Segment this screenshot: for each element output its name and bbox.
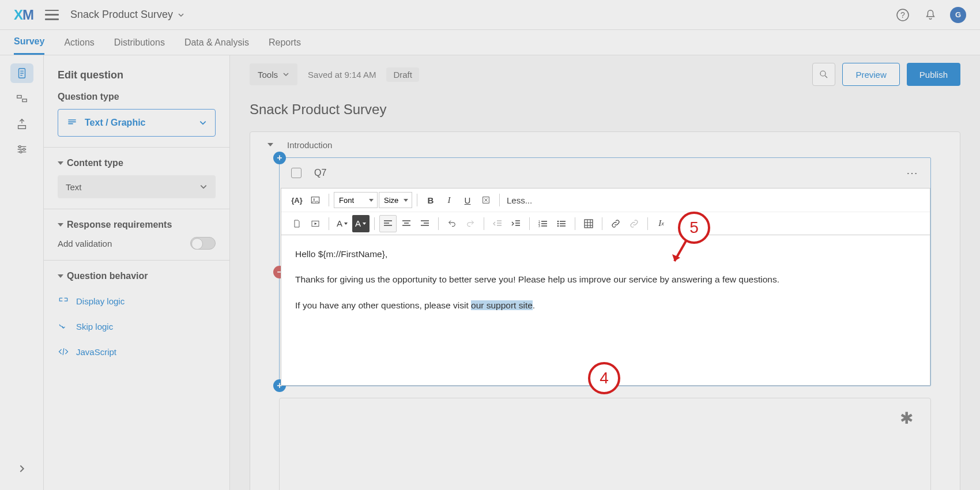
italic-icon[interactable]: I [440, 191, 458, 209]
redo-icon[interactable] [462, 215, 479, 232]
rail-options-icon[interactable] [10, 140, 33, 159]
question-more-icon[interactable]: ⋯ [906, 166, 919, 180]
display-logic-button[interactable]: Display logic [58, 288, 216, 314]
text-color-icon[interactable]: A [334, 215, 351, 232]
chevron-down-icon [282, 71, 289, 78]
svg-point-7 [20, 151, 22, 153]
ordered-list-icon[interactable]: 123 [534, 215, 552, 232]
table-icon[interactable] [580, 215, 597, 232]
unordered-list-icon[interactable] [553, 215, 570, 232]
svg-point-17 [557, 223, 559, 224]
left-rail [0, 55, 44, 490]
rail-builder-icon[interactable] [10, 63, 33, 83]
body-paragraph-2: If you have any other questions, please … [295, 298, 916, 313]
display-logic-icon [58, 295, 69, 307]
tab-actions[interactable]: Actions [64, 30, 94, 55]
chevron-down-icon [199, 119, 207, 127]
tab-data-analysis[interactable]: Data & Analysis [184, 30, 249, 55]
remove-format-icon[interactable] [477, 191, 495, 209]
panel-title: Edit question [44, 69, 229, 92]
behavior-label: Question behavior [58, 271, 216, 281]
indent-icon[interactable] [507, 215, 525, 232]
tools-dropdown[interactable]: Tools [250, 63, 297, 85]
highlighted-text: our support site [471, 300, 533, 310]
caret-icon [58, 223, 63, 227]
hamburger-icon[interactable] [45, 10, 59, 20]
caret-icon [58, 274, 63, 278]
tab-reports[interactable]: Reports [269, 30, 301, 55]
chevron-down-icon [199, 183, 208, 191]
underline-icon[interactable]: U [459, 191, 476, 209]
search-icon [819, 69, 829, 80]
chevron-down-icon [178, 12, 184, 18]
publish-button[interactable]: Publish [907, 63, 960, 86]
next-question-placeholder[interactable]: ✱ [279, 398, 931, 490]
logo: XM [14, 7, 33, 23]
svg-point-18 [557, 225, 559, 227]
undo-icon[interactable] [443, 215, 461, 232]
block-header[interactable]: Introduction [250, 132, 960, 157]
outdent-icon[interactable] [489, 215, 506, 232]
svg-point-8 [820, 71, 826, 76]
svg-rect-19 [585, 220, 593, 228]
search-button[interactable] [812, 63, 835, 86]
help-icon[interactable]: ? [895, 7, 911, 23]
body-paragraph-1: Thanks for giving us the opportunity to … [295, 272, 916, 287]
star-icon: ✱ [900, 409, 913, 428]
clear-format-icon[interactable]: Ix [653, 215, 670, 232]
response-req-label: Response requirements [58, 220, 216, 230]
new-page-icon[interactable] [288, 215, 306, 232]
rich-text-editor: {A} Font Size B I U Less... [281, 188, 930, 386]
less-button[interactable]: Less... [504, 191, 534, 209]
svg-rect-3 [17, 96, 21, 99]
topbar: XM Snack Product Survey ? G [0, 0, 980, 30]
saved-timestamp: Saved at 9:14 AM [308, 70, 376, 80]
rte-toolbar: {A} Font Size B I U Less... [281, 189, 930, 235]
font-select[interactable]: Font [334, 192, 378, 208]
bold-icon[interactable]: B [422, 191, 439, 209]
tab-survey[interactable]: Survey [14, 30, 44, 55]
svg-rect-4 [22, 99, 26, 102]
javascript-button[interactable]: JavaScript [58, 339, 216, 364]
skip-logic-button[interactable]: Skip logic [58, 314, 216, 339]
bg-color-icon[interactable]: A [352, 215, 370, 232]
annotation-5: 5 [678, 212, 710, 244]
rail-collapse-icon[interactable] [10, 459, 33, 478]
align-left-icon[interactable] [379, 215, 397, 232]
survey-block: Introduction + − + Q7 ⋯ {A} [250, 131, 960, 490]
svg-point-6 [22, 148, 25, 150]
content-type-select[interactable]: Text [58, 175, 216, 198]
survey-title: Snack Product Survey [230, 93, 980, 131]
qtype-select[interactable]: Text / Graphic [58, 109, 216, 137]
draft-badge: Draft [386, 67, 419, 82]
canvas: Tools Saved at 9:14 AM Draft Preview Pub… [230, 55, 980, 490]
svg-text:?: ? [900, 10, 905, 20]
canvas-toolbar: Tools Saved at 9:14 AM Draft Preview Pub… [230, 55, 980, 93]
tab-distributions[interactable]: Distributions [114, 30, 165, 55]
align-center-icon[interactable] [398, 215, 415, 232]
align-right-icon[interactable] [416, 215, 434, 232]
skip-logic-icon [58, 321, 69, 332]
edit-question-panel: Edit question Question type Text / Graph… [44, 55, 230, 490]
content-type-label: Content type [58, 158, 216, 168]
link-icon[interactable] [607, 215, 624, 232]
bell-icon[interactable] [922, 7, 938, 23]
avatar[interactable]: G [950, 7, 966, 23]
svg-point-16 [557, 220, 559, 222]
caret-icon [58, 161, 63, 165]
question-checkbox[interactable] [291, 168, 301, 178]
validation-label: Add validation [58, 239, 112, 248]
unlink-icon[interactable] [625, 215, 643, 232]
question-row: + − + Q7 ⋯ {A} Font [279, 157, 931, 386]
rail-look-icon[interactable] [10, 114, 33, 134]
media-icon[interactable] [307, 215, 324, 232]
validation-toggle[interactable] [190, 237, 216, 250]
project-title-dropdown[interactable]: Snack Product Survey [70, 9, 184, 21]
code-icon [58, 346, 69, 357]
add-question-above[interactable]: + [273, 152, 286, 164]
rail-flow-icon[interactable] [10, 89, 33, 108]
piped-text-icon[interactable]: {A} [288, 191, 306, 209]
size-select[interactable]: Size [379, 192, 412, 208]
preview-button[interactable]: Preview [842, 63, 899, 86]
image-icon[interactable] [307, 191, 324, 209]
